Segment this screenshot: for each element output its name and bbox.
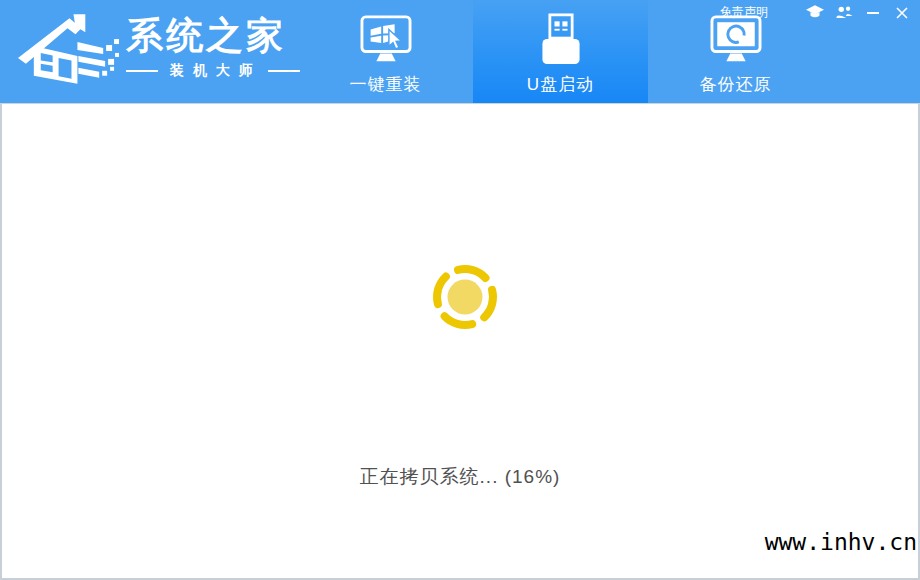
tab-backup-restore[interactable]: 备份还原 bbox=[648, 0, 823, 103]
tab-onekey-reinstall[interactable]: 一键重装 bbox=[298, 0, 473, 103]
usb-drive-icon bbox=[538, 13, 584, 65]
loading-spinner-icon bbox=[429, 261, 501, 333]
monitor-restore-icon bbox=[707, 13, 765, 65]
minimize-icon[interactable] bbox=[863, 5, 883, 21]
tab-label: 一键重装 bbox=[350, 73, 422, 96]
subtitle-dash-left bbox=[126, 70, 158, 72]
close-icon[interactable] bbox=[892, 5, 912, 21]
watermark-url: www.inhv.cn bbox=[765, 529, 917, 555]
status-text: 正在拷贝系统... (16%) bbox=[0, 464, 920, 490]
user-group-icon[interactable] bbox=[834, 5, 854, 21]
nav-tabs: 一键重装 U盘启动 bbox=[298, 0, 823, 103]
app-logo: 系统之家 装机大师 bbox=[16, 6, 300, 90]
tab-label: U盘启动 bbox=[527, 73, 594, 96]
monitor-windows-icon bbox=[357, 13, 415, 65]
app-header: 系统之家 装机大师 免责声明 bbox=[0, 0, 920, 103]
tab-usb-boot[interactable]: U盘启动 bbox=[473, 0, 648, 103]
subtitle-dash-right bbox=[268, 70, 300, 72]
logo-title: 系统之家 bbox=[126, 16, 300, 57]
logo-text: 系统之家 装机大师 bbox=[126, 16, 300, 81]
main-content bbox=[0, 103, 920, 580]
house-logo-icon bbox=[16, 6, 120, 90]
logo-subtitle-row: 装机大师 bbox=[126, 62, 300, 80]
logo-subtitle: 装机大师 bbox=[170, 62, 262, 80]
tab-label: 备份还原 bbox=[700, 73, 772, 96]
app-window: 系统之家 装机大师 免责声明 bbox=[0, 0, 920, 580]
